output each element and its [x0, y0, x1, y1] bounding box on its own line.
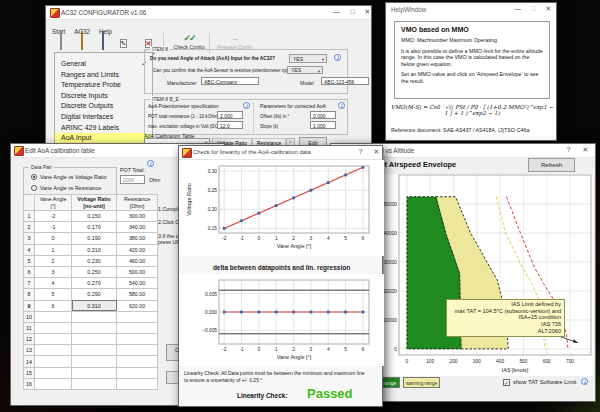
table-cell[interactable] [72, 345, 117, 356]
table-cell[interactable]: 300.00 [117, 211, 158, 222]
sidebar-item-temperature-probe[interactable]: Temperature Probe [55, 80, 152, 91]
table-cell[interactable] [72, 334, 117, 345]
close-icon[interactable]: ✕ [360, 6, 375, 18]
radio-voltage-ratio[interactable] [31, 174, 37, 180]
table-cell[interactable] [35, 367, 72, 378]
table-cell[interactable] [117, 356, 158, 367]
table-cell[interactable]: 6 [35, 300, 72, 311]
table-cell[interactable]: 620.00 [117, 300, 158, 311]
help-icon[interactable]: ? [353, 146, 368, 158]
table-cell[interactable]: 4 [35, 278, 72, 289]
table-cell[interactable] [72, 322, 117, 333]
table-cell[interactable]: 500.00 [117, 266, 158, 277]
voltage-ratio-chart: -2-101234560.150.200.250.30Vane Angle [°… [179, 160, 384, 256]
table-cell[interactable] [35, 345, 72, 356]
table-cell[interactable]: -1 [35, 222, 72, 233]
help-content-box: VMO based on MMO MMO: Machnumber Maximum… [394, 21, 550, 99]
table-cell[interactable]: 0.270 [72, 278, 117, 289]
excitation-label: max. excitation voltage in Volt (DC) [148, 124, 220, 129]
table-cell[interactable] [35, 378, 72, 389]
info-icon[interactable]: i [147, 160, 154, 167]
help-icon[interactable]: ? [561, 144, 576, 156]
model-label: Model [300, 80, 314, 86]
table-cell[interactable]: 0.250 [72, 266, 117, 277]
svg-text:0.15: 0.15 [208, 226, 218, 231]
window-title: Edit AoA calibration table [25, 147, 95, 154]
table-cell[interactable]: 3 [35, 266, 72, 277]
table-cell[interactable] [72, 311, 117, 322]
table-cell[interactable]: 5 [35, 289, 72, 300]
close-icon[interactable]: ✕ [369, 146, 384, 158]
offset-field[interactable]: 0.000 [310, 111, 336, 119]
table-cell[interactable] [72, 356, 117, 367]
maximize-icon[interactable]: □ [526, 3, 541, 15]
close-icon[interactable]: ✕ [578, 144, 593, 156]
item8be-group: ITEM 8 B_E AoA Potentiometer specificati… [144, 99, 348, 135]
table-cell[interactable]: 0.310 [72, 300, 117, 311]
table-cell[interactable]: -2 [35, 211, 72, 222]
sidebar-item-general[interactable]: General✓ [55, 59, 152, 70]
table-cell[interactable] [35, 311, 72, 322]
pot-total-field[interactable]: 2000 [120, 175, 145, 184]
table-cell[interactable] [72, 367, 117, 378]
close-icon[interactable]: ✕ [541, 3, 556, 15]
pot-spec-title: AoA Potentiometer specification [148, 103, 219, 109]
new-icon [60, 31, 62, 50]
tat-limit-checkbox[interactable]: ✓ [503, 379, 510, 386]
table-cell[interactable]: 0.230 [72, 255, 117, 266]
tooltip-line: max TAT = 104.5°C (subsonic-version) and [450, 308, 561, 315]
minimize-icon[interactable]: — [329, 6, 344, 18]
sidebar-item-discrete-outputs[interactable]: Discrete Outputs [55, 101, 152, 112]
question2-dropdown[interactable]: YES▼ [287, 66, 323, 74]
info-icon[interactable]: i [243, 102, 250, 109]
manufacturer-field[interactable]: ABC-Company [201, 77, 259, 85]
divider [253, 102, 254, 133]
refresh-button[interactable]: Refresh [528, 158, 575, 172]
table-cell[interactable] [117, 345, 158, 356]
svg-text:-1: -1 [239, 347, 244, 352]
info-icon[interactable]: i [338, 102, 345, 109]
slope-label: Slope (k) [260, 124, 278, 129]
table-cell[interactable]: 0.150 [72, 211, 117, 222]
table-cell[interactable]: 540.00 [117, 278, 158, 289]
svg-text:-2: -2 [222, 236, 227, 241]
table-cell[interactable]: 0.290 [72, 289, 117, 300]
table-cell[interactable] [35, 356, 72, 367]
radio-resistance[interactable] [31, 185, 37, 191]
table-cell[interactable]: 380.00 [117, 233, 158, 244]
table-cell[interactable] [117, 367, 158, 378]
table-cell[interactable] [35, 334, 72, 345]
table-header [24, 195, 35, 211]
question1-dropdown[interactable]: YES▼ [289, 54, 327, 63]
app-icon [182, 148, 192, 158]
table-cell[interactable]: 0 [35, 233, 72, 244]
help-paragraph-2: Set an MMO-value and click on 'Airspeed … [401, 71, 543, 84]
table-cell[interactable]: 0.170 [72, 222, 117, 233]
table-cell[interactable] [117, 378, 158, 389]
table-cell[interactable]: 1 [35, 244, 72, 255]
minimize-icon[interactable]: — [510, 3, 525, 15]
pot-resistance-field[interactable]: 2.000 [217, 111, 243, 119]
table-cell[interactable]: 0.210 [72, 244, 117, 255]
table-cell[interactable] [117, 311, 158, 322]
model-field[interactable]: ABC-123-456 [321, 77, 369, 85]
slope-field[interactable]: 1.000 [310, 121, 336, 129]
sidebar-item-digital-interfaces[interactable]: Digital Interfaces [55, 112, 152, 123]
table-cell[interactable] [117, 334, 158, 345]
table-cell[interactable]: 0.190 [72, 233, 117, 244]
table-cell[interactable] [35, 322, 72, 333]
table-cell[interactable]: 580.00 [117, 289, 158, 300]
table-cell[interactable]: 460.00 [117, 255, 158, 266]
table-cell[interactable]: 340.00 [117, 222, 158, 233]
table-cell[interactable] [72, 378, 117, 389]
sidebar-item-ranges-and-limits[interactable]: Ranges and Limits [55, 70, 152, 81]
table-cell[interactable] [117, 322, 158, 333]
maximize-icon[interactable]: □ [345, 6, 360, 18]
sidebar-item-arinc-429-labels[interactable]: ARINC 429 Labels [55, 123, 152, 134]
table-cell[interactable]: 2 [35, 255, 72, 266]
info-icon[interactable]: i [581, 378, 588, 385]
table-cell[interactable]: 420.00 [117, 244, 158, 255]
info-icon[interactable]: i [334, 54, 341, 61]
excitation-field[interactable]: 12.0 [217, 121, 243, 129]
sidebar-item-discrete-inputs[interactable]: Discrete Inputs [55, 91, 152, 102]
